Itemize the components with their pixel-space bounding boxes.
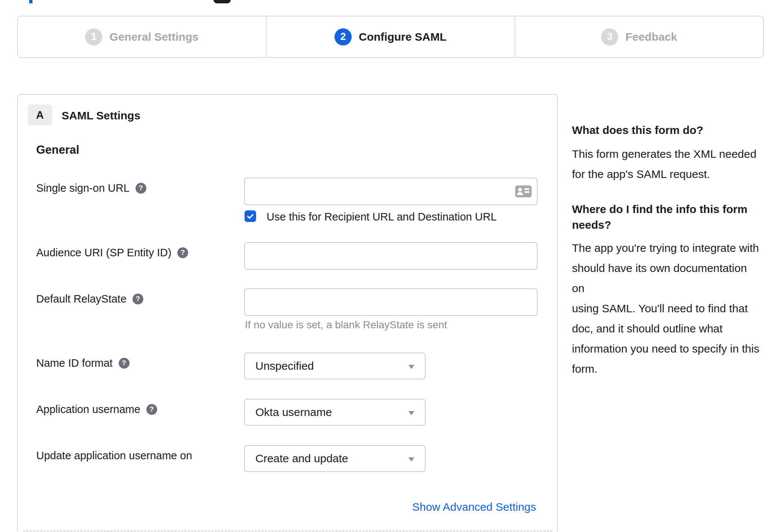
configure-saml-page: 1 General Settings 2 Configure SAML 3 Fe… <box>0 0 781 532</box>
chevron-down-icon <box>408 457 414 461</box>
help-icon[interactable]: ? <box>133 294 143 304</box>
help-answer-1: This form generates the XML needed for t… <box>572 144 761 184</box>
sso-url-input-wrap <box>244 178 538 205</box>
update-username-label: Update application username on <box>36 450 192 462</box>
step-general-settings[interactable]: 1 General Settings <box>18 16 266 57</box>
app-username-label-row: Application username ? <box>36 402 157 417</box>
sso-url-label-row: Single sign-on URL ? <box>36 181 146 195</box>
cropped-title-fragment-blue <box>29 0 32 3</box>
audience-uri-label: Audience URI (SP Entity ID) <box>36 247 171 259</box>
sso-url-label: Single sign-on URL <box>36 182 130 194</box>
audience-uri-input[interactable] <box>244 242 538 270</box>
section-dashed-divider <box>23 531 553 532</box>
step-3-number-badge: 3 <box>601 28 618 46</box>
update-username-label-row: Update application username on <box>36 448 192 463</box>
step-feedback[interactable]: 3 Feedback <box>514 16 763 57</box>
show-advanced-settings-link[interactable]: Show Advanced Settings <box>412 501 536 513</box>
chevron-down-icon <box>408 365 414 369</box>
audience-uri-label-row: Audience URI (SP Entity ID) ? <box>36 245 188 260</box>
use-for-recipient-checkbox[interactable] <box>245 210 256 222</box>
help-icon[interactable]: ? <box>136 183 146 194</box>
step-3-label: Feedback <box>625 31 677 43</box>
app-username-value: Okta username <box>255 406 332 419</box>
name-id-format-label-row: Name ID format ? <box>36 356 130 370</box>
step-1-label: General Settings <box>109 31 198 43</box>
step-1-number-badge: 1 <box>85 28 102 46</box>
sso-url-input[interactable] <box>244 178 538 205</box>
wizard-stepper: 1 General Settings 2 Configure SAML 3 Fe… <box>17 16 764 58</box>
name-id-format-label: Name ID format <box>36 357 113 369</box>
help-question-1: What does this form do? <box>572 122 761 138</box>
help-question-2: Where do I find the info this form needs… <box>572 201 761 233</box>
app-username-select[interactable]: Okta username <box>244 399 426 426</box>
relay-state-input-wrap <box>244 288 538 316</box>
chevron-down-icon <box>408 411 414 415</box>
section-a-badge: A <box>28 104 52 125</box>
audience-uri-input-wrap <box>244 242 538 270</box>
relay-state-input[interactable] <box>244 288 538 316</box>
general-heading: General <box>36 143 79 157</box>
contact-card-icon[interactable] <box>515 185 532 198</box>
step-configure-saml[interactable]: 2 Configure SAML <box>266 16 514 57</box>
cropped-title-fragment-black <box>214 0 231 3</box>
checkmark-icon <box>246 212 255 220</box>
saml-settings-panel: A SAML Settings General Single sign-on U… <box>17 94 558 532</box>
relay-state-label-row: Default RelayState ? <box>36 291 143 306</box>
help-icon[interactable]: ? <box>146 404 157 415</box>
help-answer-2: The app you're trying to integrate with … <box>572 238 761 379</box>
app-username-label: Application username <box>36 403 140 416</box>
step-2-label: Configure SAML <box>359 31 446 43</box>
relay-state-hint: If no value is set, a blank RelayState i… <box>245 319 447 331</box>
section-title: SAML Settings <box>62 109 140 122</box>
update-username-select[interactable]: Create and update <box>244 445 426 472</box>
help-icon[interactable]: ? <box>177 247 188 258</box>
help-sidebar: What does this form do? This form genera… <box>572 122 761 379</box>
name-id-format-select[interactable]: Unspecified <box>244 353 426 379</box>
name-id-format-value: Unspecified <box>255 360 314 372</box>
update-username-value: Create and update <box>255 452 348 465</box>
relay-state-label: Default RelayState <box>36 293 127 305</box>
step-2-number-badge: 2 <box>335 28 352 46</box>
use-for-recipient-checkbox-label: Use this for Recipient URL and Destinati… <box>267 211 497 223</box>
help-icon[interactable]: ? <box>119 358 130 369</box>
